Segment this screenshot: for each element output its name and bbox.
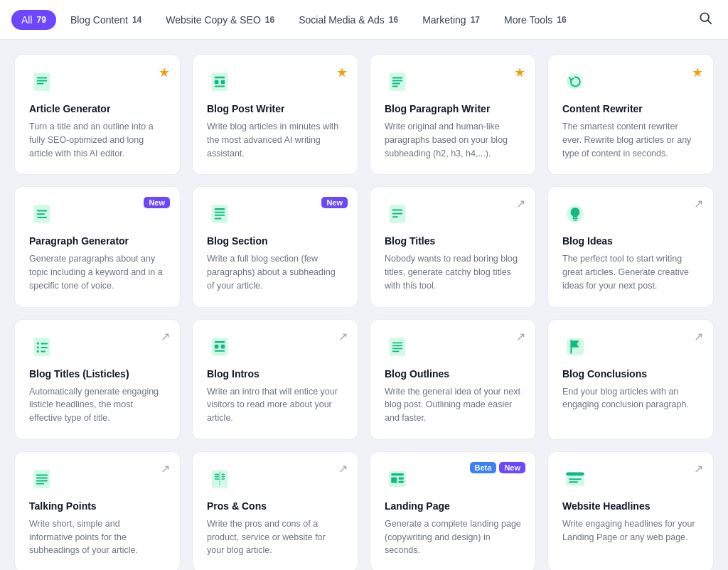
card-blog-post-writer[interactable]: ★ Blog Post Writer Write blog articles i… bbox=[192, 54, 358, 175]
card-article-generator[interactable]: ★ Article Generator Turn a title and an … bbox=[14, 54, 181, 175]
nav-tab-badge: 14 bbox=[132, 15, 141, 25]
svg-rect-37 bbox=[41, 347, 48, 348]
svg-rect-54 bbox=[36, 480, 48, 481]
svg-rect-15 bbox=[392, 86, 398, 87]
card-title: Paragraph Generator bbox=[29, 235, 166, 247]
svg-rect-28 bbox=[392, 213, 402, 215]
card-badge-area: ★ bbox=[336, 65, 348, 80]
card-title: Blog Titles bbox=[385, 235, 521, 247]
card-icon-blog-paragraph-writer bbox=[385, 69, 410, 95]
card-pros-cons[interactable]: ↗ Pros & Cons Write the pros and cons of… bbox=[192, 451, 358, 570]
card-badge-area: ↗ bbox=[161, 330, 170, 343]
card-blog-titles[interactable]: ↗ Blog Titles Nobody wants to read borin… bbox=[370, 186, 536, 307]
card-icon-talking-points bbox=[29, 466, 55, 492]
card-desc: Turn a title and an outline into a fully… bbox=[29, 120, 166, 160]
card-desc: The smartest content rewriter ever. Rewr… bbox=[562, 120, 699, 160]
svg-rect-52 bbox=[36, 474, 48, 475]
svg-rect-31 bbox=[572, 218, 577, 220]
svg-rect-22 bbox=[215, 208, 225, 210]
card-badge-area: New bbox=[144, 197, 170, 208]
svg-rect-71 bbox=[569, 478, 582, 480]
card-title: Talking Points bbox=[29, 500, 166, 512]
card-paragraph-generator[interactable]: New Paragraph Generator Generate paragra… bbox=[14, 186, 181, 307]
card-desc: Write the general idea of your next blog… bbox=[385, 385, 521, 425]
card-blog-titles-listicles[interactable]: ↗ Blog Titles (Listicles) Automatically … bbox=[14, 319, 181, 440]
nav-tab-website[interactable]: Website Copy & SEO16 bbox=[156, 10, 284, 30]
nav-bar: All79Blog Content14Website Copy & SEO16S… bbox=[0, 0, 728, 40]
nav-tab-badge: 17 bbox=[471, 15, 480, 25]
card-title: Blog Conclusions bbox=[562, 368, 699, 380]
card-desc: Write engaging headlines for your Landin… bbox=[562, 517, 699, 544]
svg-rect-62 bbox=[221, 478, 225, 480]
card-icon-blog-post-writer bbox=[207, 69, 232, 95]
nav-tab-marketing[interactable]: Marketing17 bbox=[412, 10, 490, 30]
card-blog-ideas[interactable]: ↗ Blog Ideas The perfect tool to start w… bbox=[547, 186, 714, 307]
new-badge: New bbox=[144, 197, 170, 208]
card-blog-section[interactable]: New Blog Section Write a full blog secti… bbox=[192, 186, 358, 307]
card-desc: Write original and human-like paragraphs… bbox=[385, 120, 521, 160]
arrow-icon: ↗ bbox=[338, 330, 348, 343]
nav-tab-badge: 16 bbox=[265, 15, 274, 25]
card-icon-blog-conclusions bbox=[562, 334, 588, 360]
card-icon-article-generator bbox=[29, 69, 55, 95]
svg-rect-68 bbox=[399, 480, 404, 483]
card-icon-website-headlines bbox=[562, 466, 588, 492]
new-badge: New bbox=[499, 462, 525, 473]
nav-tab-all[interactable]: All79 bbox=[11, 10, 56, 30]
card-desc: Write an intro that will entice your vis… bbox=[207, 385, 343, 425]
svg-rect-46 bbox=[392, 342, 402, 343]
card-content-rewriter[interactable]: ★ Content Rewriter The smartest content … bbox=[547, 54, 714, 175]
card-landing-page[interactable]: BetaNew Landing Page Generate a complete… bbox=[370, 451, 536, 570]
card-blog-paragraph-writer[interactable]: ★ Blog Paragraph Writer Write original a… bbox=[370, 54, 536, 175]
card-badge-area: ↗ bbox=[516, 330, 525, 343]
card-blog-intros[interactable]: ↗ Blog Intros Write an intro that will e… bbox=[192, 319, 358, 440]
star-icon: ★ bbox=[159, 65, 170, 80]
svg-rect-57 bbox=[215, 474, 219, 475]
nav-tab-label: Marketing bbox=[422, 14, 466, 26]
card-badge-area: ↗ bbox=[694, 330, 703, 343]
svg-line-1 bbox=[708, 21, 712, 24]
nav-tab-blog[interactable]: Blog Content14 bbox=[60, 10, 151, 30]
svg-rect-35 bbox=[41, 343, 48, 344]
svg-rect-53 bbox=[36, 477, 48, 478]
nav-tab-badge: 16 bbox=[389, 15, 398, 25]
card-icon-pros-cons bbox=[207, 466, 232, 492]
card-desc: The perfect tool to start writing great … bbox=[562, 252, 699, 292]
card-icon-landing-page bbox=[385, 466, 410, 492]
card-desc: Nobody wants to read boring blog titles,… bbox=[385, 252, 521, 292]
arrow-icon: ↗ bbox=[516, 330, 525, 343]
card-icon-blog-titles bbox=[385, 201, 410, 227]
nav-tab-label: Blog Content bbox=[70, 14, 128, 26]
search-button[interactable] bbox=[694, 6, 717, 33]
svg-rect-23 bbox=[215, 212, 225, 213]
arrow-icon: ↗ bbox=[694, 197, 703, 210]
card-title: Blog Ideas bbox=[562, 235, 699, 247]
card-website-headlines[interactable]: ↗ Website Headlines Write engaging headl… bbox=[547, 451, 714, 570]
card-desc: End your blog articles with an engaging … bbox=[562, 385, 699, 412]
svg-rect-12 bbox=[392, 77, 402, 79]
card-badge-area: BetaNew bbox=[470, 462, 525, 473]
svg-rect-65 bbox=[391, 473, 404, 475]
card-blog-conclusions[interactable]: ↗ Blog Conclusions End your blog article… bbox=[547, 319, 714, 440]
svg-rect-8 bbox=[215, 80, 219, 85]
svg-point-34 bbox=[37, 342, 39, 344]
card-title: Blog Titles (Listicles) bbox=[29, 368, 166, 380]
card-desc: Write the pros and cons of a product, se… bbox=[207, 517, 343, 557]
card-badge-area: ↗ bbox=[338, 462, 348, 475]
card-blog-outlines[interactable]: ↗ Blog Outlines Write the general idea o… bbox=[370, 319, 536, 440]
svg-rect-19 bbox=[37, 213, 45, 215]
card-icon-blog-outlines bbox=[385, 334, 410, 360]
svg-rect-40 bbox=[212, 338, 228, 356]
card-title: Website Headlines bbox=[562, 500, 699, 512]
svg-rect-55 bbox=[36, 483, 44, 484]
nav-tab-label: More Tools bbox=[504, 14, 552, 26]
arrow-icon: ↗ bbox=[338, 462, 348, 475]
card-talking-points[interactable]: ↗ Talking Points Write short, simple and… bbox=[14, 451, 181, 570]
card-grid: ★ Article Generator Turn a title and an … bbox=[0, 40, 728, 570]
nav-tab-more[interactable]: More Tools16 bbox=[494, 10, 577, 30]
card-badge-area: ↗ bbox=[161, 462, 170, 475]
svg-rect-41 bbox=[215, 341, 225, 343]
nav-tab-social[interactable]: Social Media & Ads16 bbox=[289, 10, 408, 30]
card-title: Blog Outlines bbox=[385, 368, 521, 380]
card-title: Blog Intros bbox=[207, 368, 343, 380]
